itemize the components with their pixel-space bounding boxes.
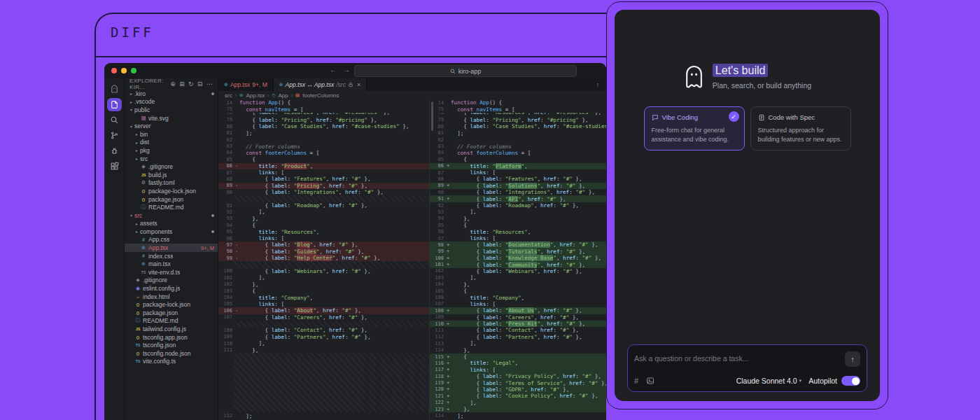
tree-folder-server[interactable]: ▾server (125, 122, 218, 130)
tree-file-fastly-toml[interactable]: ⚙fastly.toml (125, 179, 218, 188)
tree-file-vite-svg[interactable]: ▨vite.svg (125, 114, 218, 122)
diff-code-line[interactable]: 119+ { label: "Terms of Service", href: … (430, 379, 606, 386)
diff-code-line[interactable]: 92 ], (218, 209, 429, 215)
model-selector[interactable]: Claude Sonnet 4.0 ▾ (736, 377, 802, 385)
diff-code-line[interactable]: 94 { (218, 222, 429, 228)
diff-code-line[interactable]: 111 }, (218, 346, 429, 353)
diff-code-line[interactable]: 113 ], (430, 340, 606, 346)
diff-code-line[interactable]: 87 links: [ (430, 169, 606, 176)
tree-folder--kiro[interactable]: ▸.kiro (125, 90, 218, 98)
diff-code-line[interactable]: 122+ ], (430, 400, 606, 406)
diff-code-line[interactable]: 88 { label: "Features", href: "#" }, (430, 176, 606, 182)
diff-code-line[interactable]: 108+ { label: "About Us", href: "#" }, (430, 307, 606, 314)
diff-code-line[interactable]: 94 }, (430, 216, 606, 222)
diff-code-line[interactable]: 75 const navItems = [ (430, 106, 606, 112)
diff-code-line[interactable]: 83 // Footer columns (430, 143, 606, 149)
tree-file-tsconfig-app-json[interactable]: {}tsconfig.app.json (125, 333, 218, 342)
diff-code-line[interactable]: 112 ]; (218, 412, 429, 419)
diff-code-line[interactable]: 103 ], (430, 274, 606, 281)
diff-code-line[interactable]: 104 title: "Company", (218, 294, 429, 300)
tree-file-main-tsx[interactable]: ⊛main.tsx (125, 260, 218, 268)
tree-file-vite-config-ts[interactable]: TSvite.config.ts (125, 358, 218, 366)
diff-code-line[interactable]: 107 { label: "Careers", href: "#" }, (218, 314, 429, 321)
diff-code-line[interactable]: 90 { label: "Integrations", href: "#" }, (430, 189, 606, 195)
history-forward-icon[interactable]: → (343, 66, 350, 74)
tree-file--gitignore[interactable]: ◈.gitignore (125, 162, 218, 171)
diff-code-line[interactable]: 82 (430, 136, 606, 143)
new-folder-icon[interactable]: ⊞ (179, 80, 185, 88)
kiro-ghost-icon[interactable] (107, 83, 122, 96)
search-sidebar-icon[interactable] (107, 113, 122, 127)
diff-code-line[interactable]: 80 { label: "Case Studies", href: "#case… (430, 123, 606, 130)
diff-code-line[interactable]: 84 const footerColumns = [ (218, 150, 429, 156)
diff-code-line[interactable]: 108 { label: "Contact", href: "#" }, (218, 327, 429, 333)
diff-code-line[interactable]: 117+ links: [ (430, 367, 606, 373)
tree-file-package-json[interactable]: {}package.json (125, 195, 218, 204)
context-hash-icon[interactable]: # (634, 377, 638, 385)
diff-code-line[interactable]: 83 // Footer columns (218, 143, 429, 149)
tree-file-package-lock-json[interactable]: {}package-lock.json (125, 300, 218, 309)
diff-code-line[interactable]: 82 (218, 136, 429, 143)
diff-code-line[interactable]: 79 { label: "Pricing", href: "#pricing" … (218, 117, 429, 123)
diff-code-line[interactable]: 118+ { label: "Privacy Policy", href: "#… (430, 373, 606, 379)
breadcrumb-item[interactable]: footerColumns (302, 92, 339, 99)
more-icon[interactable]: ⋯ (206, 80, 213, 88)
diff-code-line[interactable]: 123+ }, (430, 406, 606, 412)
diff-code-line[interactable]: 97- { label: "Blog", href: "#" }, (218, 241, 429, 248)
diff-code-line[interactable]: 91 { label: "Roadmap", href: "#" }, (218, 202, 429, 209)
diff-code-line[interactable]: 121+ { label: "Cookie Policy", href: "#"… (430, 393, 606, 399)
tab-app-tsx-diff[interactable]: ⊛ App.tsx ↔ App.tsx /src × (274, 78, 367, 91)
diff-code-line[interactable]: 105 { (430, 288, 606, 294)
history-back-icon[interactable]: ← (330, 66, 337, 74)
tree-file--gitignore[interactable]: ◈.gitignore (125, 276, 218, 285)
diff-code-line[interactable]: 112 { label: "Partners", href: "#" }, (430, 334, 606, 340)
chat-composer[interactable]: Ask a question or describe a task... ↑ #… (627, 344, 867, 392)
diff-code-line[interactable]: 91+ { label: "API", href: "#" }, (430, 195, 606, 202)
scroll-top-icon[interactable]: ↑ (596, 81, 600, 88)
tree-file-tsconfig-json[interactable]: TStsconfig.json (125, 341, 218, 349)
diff-scrollbar[interactable] (431, 102, 433, 131)
refresh-icon[interactable]: ↻ (188, 80, 194, 88)
diff-code-line[interactable]: 81 ]; (430, 130, 606, 136)
maximize-window-button[interactable] (131, 68, 136, 74)
diff-code-line[interactable]: 124 ]; (430, 412, 606, 419)
diff-code-line[interactable]: 98- { label: "Guides", href: "#" }, (218, 248, 429, 255)
tree-file-readme-md[interactable]: ⓘREADME.md (125, 203, 218, 211)
diff-code-line[interactable]: 107 links: [ (430, 301, 606, 307)
diff-code-line[interactable]: 110+ { label: "Press Kit", href: "#" }, (430, 321, 606, 327)
diff-code-line[interactable]: 96 links: [ (218, 235, 429, 241)
tree-folder-public[interactable]: ▾public (125, 106, 218, 114)
diff-code-line[interactable]: 95 title: "Resources", (218, 228, 429, 234)
diff-code-line[interactable]: 102 { label: "Webinars", href: "#" }, (430, 268, 606, 274)
close-window-button[interactable] (111, 68, 117, 74)
diff-code-line[interactable]: 85 { (218, 156, 429, 162)
diff-code-line[interactable]: 88 { label: "Features", href: "#" }, (218, 176, 429, 182)
diff-code-line[interactable]: 97 links: [ (430, 235, 606, 241)
command-center-search[interactable]: kiro-app (354, 65, 577, 77)
diff-code-line[interactable]: 110 ], (218, 340, 429, 346)
diff-code-line[interactable]: 92 { label: "Roadmap", href: "#" }, (430, 202, 606, 209)
attach-image-icon[interactable] (646, 377, 654, 385)
tree-file-package-json[interactable]: {}package.json (125, 309, 218, 317)
diff-code-line[interactable]: 111 { label: "Contact", href: "#" }, (430, 327, 606, 333)
diff-code-line[interactable]: 104 }, (430, 281, 606, 288)
diff-code-line[interactable]: 109 { label: "Careers", href: "#" }, (430, 314, 606, 321)
diff-code-line[interactable]: 101 ], (218, 274, 429, 281)
tree-file-package-lock-json[interactable]: {}package-lock.json (125, 187, 218, 195)
diff-code-line[interactable]: 90 { label: "Integrations", href: "#" }, (218, 189, 429, 195)
diff-code-line[interactable]: 109 { label: "Partners", href: "#" }, (218, 334, 429, 340)
diff-code-line[interactable]: 84 const footerColumns = [ (430, 150, 606, 156)
diff-code-line[interactable]: 120+ { label: "GDPR", href: "#" }, (430, 386, 606, 393)
tree-folder-src[interactable]: ▸src (125, 155, 218, 163)
diff-code-line[interactable]: 103 { (218, 288, 429, 294)
diff-code-line[interactable]: 87 links: [ (218, 169, 429, 176)
tree-folder-assets[interactable]: ▸assets (125, 220, 218, 228)
diff-code-line[interactable]: 81 ]; (218, 130, 429, 136)
diff-code-line[interactable]: 99- { label: "Help Center", href: "#" }, (218, 255, 429, 261)
vibe-coding-card[interactable]: Vibe Coding ✓ Free-form chat for general… (644, 106, 745, 150)
diff-code-line[interactable]: 86+ title: "Platform", (430, 163, 606, 169)
diff-code-line[interactable]: 106 title: "Company", (430, 294, 606, 300)
diff-code-line[interactable]: 93 ], (430, 209, 606, 215)
new-file-icon[interactable]: ⊕ (170, 80, 176, 88)
diff-code-line[interactable]: 79 { label: "Pricing", href: "#pricing" … (430, 117, 606, 123)
